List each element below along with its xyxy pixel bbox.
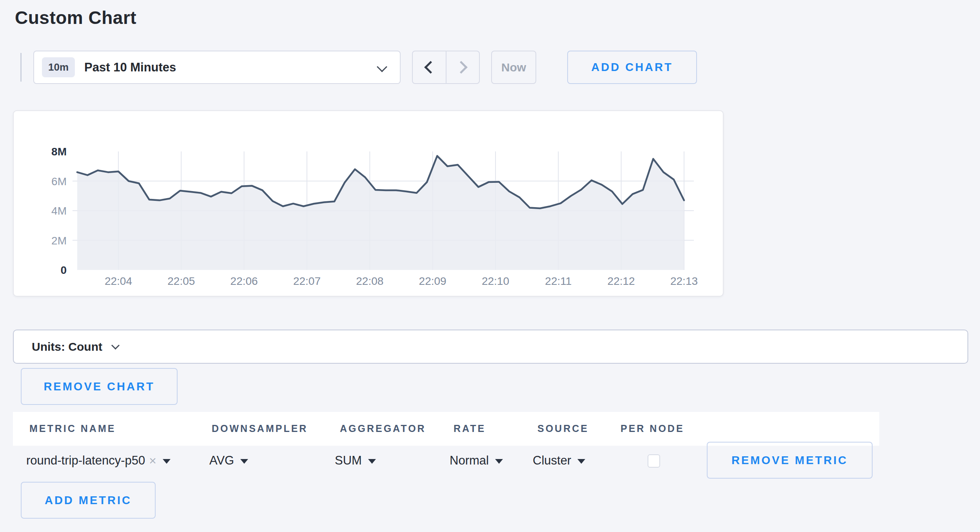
downsampler-select[interactable]: AVG: [209, 452, 248, 469]
downsampler-value: AVG: [209, 454, 234, 468]
chevron-down-icon: [111, 341, 120, 350]
metric-name-value: round-trip-latency-p50: [26, 454, 145, 468]
rate-value: Normal: [450, 454, 489, 468]
page-title: Custom Chart: [15, 7, 136, 28]
add-metric-button[interactable]: ADD METRIC: [21, 482, 156, 519]
rate-select[interactable]: Normal: [450, 452, 503, 469]
time-range-dropdown[interactable]: 10m Past 10 Minutes: [33, 51, 401, 84]
aggregator-value: SUM: [335, 454, 362, 468]
svg-text:2M: 2M: [51, 235, 67, 247]
svg-text:22:11: 22:11: [545, 275, 572, 287]
per-node-checkbox[interactable]: [648, 454, 660, 468]
add-chart-button[interactable]: ADD CHART: [567, 51, 697, 84]
svg-text:22:09: 22:09: [419, 275, 446, 287]
time-range-badge: 10m: [42, 57, 75, 77]
svg-text:22:07: 22:07: [293, 275, 321, 287]
remove-chart-button[interactable]: REMOVE CHART: [21, 368, 178, 405]
svg-text:22:05: 22:05: [167, 275, 195, 287]
previous-time-button[interactable]: [413, 51, 446, 83]
chevron-left-icon: [424, 61, 437, 74]
svg-text:22:06: 22:06: [230, 275, 258, 287]
column-header-metric-name: METRIC NAME: [29, 423, 116, 434]
column-header-downsampler: DOWNSAMPLER: [212, 423, 308, 434]
remove-metric-button[interactable]: REMOVE METRIC: [707, 442, 873, 479]
metrics-table-header-band: [13, 412, 879, 446]
svg-text:0: 0: [60, 264, 67, 276]
column-header-aggregator: AGGREGATOR: [340, 423, 426, 434]
svg-text:6M: 6M: [51, 175, 67, 188]
caret-down-icon: [240, 459, 248, 464]
source-select[interactable]: Cluster: [533, 452, 585, 469]
custom-chart-page: Custom Chart 10m Past 10 Minutes Now ADD…: [0, 0, 980, 532]
time-step-buttons: [412, 51, 480, 84]
svg-text:8M: 8M: [51, 146, 67, 158]
svg-text:22:10: 22:10: [482, 275, 509, 287]
now-button[interactable]: Now: [491, 51, 536, 84]
units-label: Units: Count: [32, 340, 102, 353]
units-dropdown[interactable]: Units: Count: [13, 330, 968, 364]
svg-text:22:08: 22:08: [356, 275, 383, 287]
timeseries-chart[interactable]: 22:0422:0522:0622:0722:0822:0922:1022:11…: [14, 111, 724, 297]
svg-text:22:04: 22:04: [105, 275, 132, 287]
svg-text:22:12: 22:12: [608, 275, 635, 287]
time-range-label: Past 10 Minutes: [84, 60, 176, 75]
toolbar-divider: [20, 53, 22, 82]
next-time-button[interactable]: [446, 51, 479, 83]
svg-text:4M: 4M: [51, 205, 67, 217]
column-header-rate: RATE: [454, 423, 486, 434]
svg-text:22:13: 22:13: [670, 275, 698, 287]
caret-down-icon: [163, 459, 171, 464]
caret-down-icon: [577, 459, 585, 464]
chevron-down-icon: [377, 62, 387, 72]
clear-metric-icon[interactable]: ×: [149, 454, 156, 468]
caret-down-icon: [495, 459, 503, 464]
source-value: Cluster: [533, 454, 571, 468]
aggregator-select[interactable]: SUM: [335, 452, 376, 469]
column-header-source: SOURCE: [537, 423, 589, 434]
column-header-per-node: PER NODE: [621, 423, 684, 434]
metric-name-select[interactable]: round-trip-latency-p50 ×: [26, 452, 171, 469]
chevron-right-icon: [455, 61, 468, 74]
caret-down-icon: [368, 459, 376, 464]
chart-card: 22:0422:0522:0622:0722:0822:0922:1022:11…: [13, 110, 724, 297]
